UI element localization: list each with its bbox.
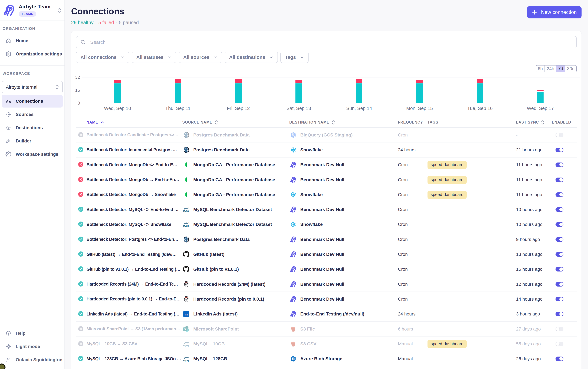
- chart-bar-thu-sep-11[interactable]: [175, 72, 181, 103]
- s3-icon: [290, 341, 296, 347]
- connection-name[interactable]: Microsoft SharePoint → S3 (13mb performa…: [87, 327, 182, 331]
- chart-bar-sat-sep-13[interactable]: [295, 72, 302, 103]
- table-row[interactable]: Bottleneck Detector: Incremental Postgre…: [76, 143, 577, 157]
- connection-name[interactable]: Bottleneck Detector: MongoDb → End-to-En…: [87, 177, 182, 182]
- table-row[interactable]: Hardcoded Records (pin to 0.0.1) → End-t…: [76, 292, 577, 307]
- hardcoded-icon: [183, 296, 189, 302]
- connection-name[interactable]: GitHub (latest) → End-to-End Testing (/d…: [87, 252, 182, 257]
- sidebar-item-light-mode[interactable]: Light mode: [2, 340, 63, 353]
- chart-bar-sun-sep-14[interactable]: [356, 72, 362, 103]
- enabled-toggle[interactable]: [556, 163, 563, 167]
- connection-name[interactable]: Bottleneck Detector: MySQL <> End-to-End…: [87, 207, 182, 212]
- sidebar-item-builder[interactable]: Builder: [2, 135, 63, 147]
- chart-bar-tue-sep-16[interactable]: [477, 72, 483, 103]
- enabled-toggle[interactable]: [556, 178, 563, 182]
- sidebar-item-connections[interactable]: Connections: [2, 95, 63, 108]
- team-switcher-icon[interactable]: [57, 7, 61, 13]
- column-header-last-sync[interactable]: LAST SYNC: [516, 120, 552, 125]
- status-cell: [76, 266, 87, 272]
- table-row[interactable]: GitHub (latest) → End-to-End Testing (/d…: [76, 247, 577, 262]
- filter-all-destinations[interactable]: All destinations: [225, 51, 278, 63]
- airbyte-logo-icon: [3, 4, 15, 17]
- connection-name[interactable]: Bottleneck Detector: MongoDb → Snowflake: [87, 192, 182, 197]
- table-row[interactable]: MySQL - 128GB → Azure Blob Storage JSOn …: [76, 351, 577, 366]
- table-row[interactable]: GitHub (pin to v1.8.1) → End-to-End Test…: [76, 262, 577, 277]
- enabled-toggle[interactable]: [556, 222, 563, 227]
- table-row[interactable]: Bottleneck Detector: MongoDb → End-to-En…: [76, 172, 577, 187]
- connection-name[interactable]: MySQL - 10GB → S3 CSV: [87, 341, 182, 346]
- table-row[interactable]: Hardcoded Records (24M) → End-to-End Te……: [76, 277, 577, 292]
- last-sync: 27 days ago: [516, 327, 552, 332]
- enabled-toggle[interactable]: [556, 133, 563, 137]
- enabled-toggle[interactable]: [556, 327, 563, 331]
- sidebar-item-octavia-squiddington[interactable]: Octavia Squiddington: [2, 353, 63, 366]
- column-header-name[interactable]: NAME: [87, 120, 182, 124]
- table-row[interactable]: Bottleneck Detector: Postgres <> End-to-…: [76, 232, 577, 247]
- svg: [78, 147, 84, 152]
- connection-name[interactable]: Bottleneck Detector: MySQL <> Snowflake: [87, 222, 182, 227]
- table-row[interactable]: Microsoft SharePoint → S3 (13mb performa…: [76, 322, 577, 337]
- enabled-toggle[interactable]: [556, 192, 563, 197]
- table-row[interactable]: LinkedIn Ads (latest) → End-to-End Testi…: [76, 307, 577, 322]
- enabled-toggle[interactable]: [556, 148, 563, 152]
- last-sync: 9 hours ago: [516, 237, 552, 242]
- enabled-toggle[interactable]: [556, 297, 563, 301]
- connection-name[interactable]: Bottleneck Detector: Postgres <> End-to-…: [87, 237, 182, 242]
- chart-xtick: Sun, Sep 14: [335, 106, 383, 111]
- connection-name[interactable]: GitHub (pin to v1.8.1) → End-to-End Test…: [87, 267, 182, 272]
- chart-bar-mon-sep-15[interactable]: [416, 72, 423, 103]
- enabled-toggle[interactable]: [556, 237, 563, 242]
- enabled-toggle[interactable]: [556, 252, 563, 257]
- sidebar-item-organization-settings[interactable]: Organization settings: [2, 48, 63, 60]
- search-input[interactable]: [90, 40, 572, 45]
- airbyte-icon: [290, 236, 296, 243]
- connection-name[interactable]: Bottleneck Detector: Incremental Postgre…: [87, 147, 182, 152]
- svg: [78, 236, 84, 242]
- new-connection-button[interactable]: New connection: [527, 6, 581, 19]
- column-header-source-name[interactable]: SOURCE NAME: [182, 120, 289, 125]
- enabled-cell: [552, 297, 576, 301]
- filter-all-sources[interactable]: All sources: [179, 51, 222, 63]
- column-header-frequency: FREQUENCY: [398, 120, 428, 124]
- workspace-selector[interactable]: Airbyte Internal: [2, 81, 63, 93]
- enabled-toggle[interactable]: [556, 282, 563, 287]
- status-success-icon: [78, 147, 84, 152]
- connection-name[interactable]: Bottleneck Detector Candidate: Postgres …: [87, 133, 182, 137]
- table-row[interactable]: Bottleneck Detector: MongoDb → Snowflake…: [76, 187, 577, 202]
- destination-name: Benchmark Dev Null: [300, 297, 344, 302]
- chart-bar-fri-sep-12[interactable]: [235, 72, 242, 103]
- mysql-icon: MySQL: [183, 206, 189, 213]
- connection-name[interactable]: Hardcoded Records (pin to 0.0.1) → End-t…: [87, 297, 182, 302]
- time-range-30d[interactable]: 30d: [565, 65, 576, 72]
- table-row[interactable]: Bottleneck Detector: MySQL <> End-to-End…: [76, 202, 577, 217]
- sidebar-item-sources[interactable]: Sources: [2, 108, 63, 121]
- connection-name[interactable]: Bottleneck Detector: MongoDb <> End-to-E…: [87, 162, 182, 167]
- team-header[interactable]: Airbyte Team TEAMS: [0, 0, 64, 20]
- table-row[interactable]: MySQL - 10GB → S3 CSVMySQLMySQL - 10GBS3…: [76, 337, 577, 351]
- time-range-6h[interactable]: 6h: [536, 65, 545, 72]
- column-header-destination-name[interactable]: DESTINATION NAME: [289, 120, 398, 125]
- destination-name: Benchmark Dev Null: [300, 237, 344, 242]
- sidebar-item-workspace-settings[interactable]: Workspace settings: [2, 148, 63, 161]
- enabled-toggle[interactable]: [556, 357, 563, 361]
- enabled-toggle[interactable]: [556, 267, 563, 271]
- filter-tags[interactable]: Tags: [280, 51, 309, 63]
- table-row[interactable]: Bottleneck Detector: MySQL <> SnowflakeM…: [76, 217, 577, 232]
- enabled-toggle[interactable]: [556, 207, 563, 212]
- chart-bar-wed-sep-10[interactable]: [114, 72, 121, 103]
- time-range-7d[interactable]: 7d: [556, 65, 565, 72]
- sidebar-item-home[interactable]: Home: [2, 34, 63, 47]
- sidebar-item-destinations[interactable]: Destinations: [2, 122, 63, 134]
- chart-bar-wed-sep-17[interactable]: [537, 72, 544, 103]
- connection-name[interactable]: Hardcoded Records (24M) → End-to-End Te…: [87, 282, 182, 287]
- sidebar-item-help[interactable]: Help: [2, 327, 63, 339]
- connection-name[interactable]: MySQL - 128GB → Azure Blob Storage JSOn …: [87, 356, 182, 361]
- filter-all-connections[interactable]: All connections: [76, 51, 129, 63]
- time-range-24h[interactable]: 24h: [545, 65, 556, 72]
- table-row[interactable]: Bottleneck Detector Candidate: Postgres …: [76, 128, 577, 143]
- enabled-toggle[interactable]: [556, 312, 563, 316]
- table-row[interactable]: Bottleneck Detector: MongoDb <> End-to-E…: [76, 157, 577, 172]
- filter-all-statuses[interactable]: All statuses: [132, 51, 176, 63]
- connection-name[interactable]: LinkedIn Ads (latest) → End-to-End Testi…: [87, 312, 182, 317]
- enabled-toggle[interactable]: [556, 342, 563, 346]
